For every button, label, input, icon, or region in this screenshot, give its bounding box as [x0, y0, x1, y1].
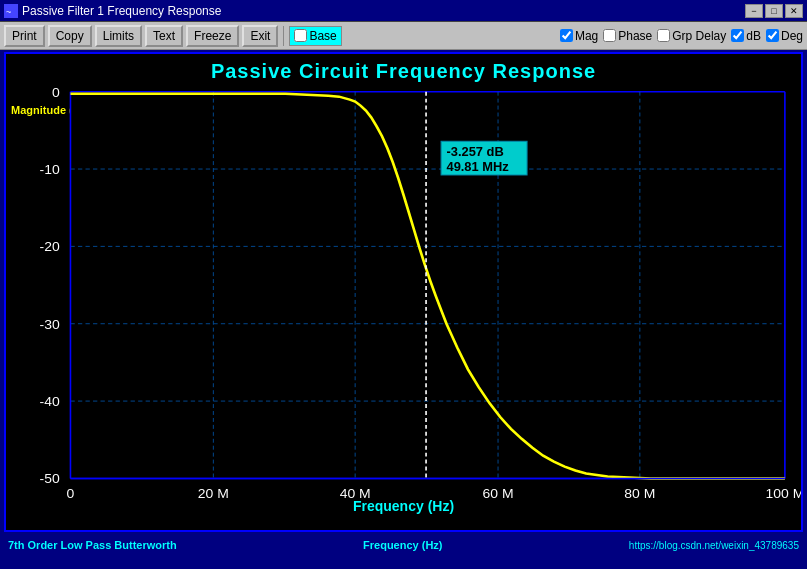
tooltip-freq: 49.81 MHz	[446, 160, 508, 173]
freeze-button[interactable]: Freeze	[186, 25, 239, 47]
x-axis-label: Frequency (Hz)	[353, 498, 454, 514]
phase-checkbox-group: Phase	[603, 29, 652, 43]
svg-text:80 M: 80 M	[624, 487, 655, 501]
deg-checkbox-group: Deg	[766, 29, 803, 43]
mag-label: Mag	[575, 29, 598, 43]
svg-text:0: 0	[67, 487, 75, 501]
copy-button[interactable]: Copy	[48, 25, 92, 47]
grpdelay-checkbox-group: Grp Delay	[657, 29, 726, 43]
svg-text:-30: -30	[40, 317, 60, 331]
chart-svg: 0 -10 -20 -30 -40 -50 0 20 M 40 M 60 M 8…	[6, 54, 801, 530]
db-label: dB	[746, 29, 761, 43]
window-title: Passive Filter 1 Frequency Response	[22, 4, 741, 18]
svg-text:-50: -50	[40, 472, 60, 486]
svg-text:-40: -40	[40, 395, 60, 409]
base-checkbox-group: Base	[289, 26, 341, 46]
svg-text:0: 0	[52, 85, 60, 99]
url-label: https://blog.csdn.net/weixin_43789635	[629, 540, 799, 551]
app-icon: ~	[4, 4, 18, 18]
text-button[interactable]: Text	[145, 25, 183, 47]
svg-text:100 M: 100 M	[765, 487, 801, 501]
chart-container: Passive Circuit Frequency Response Magni…	[4, 52, 803, 532]
svg-text:20 M: 20 M	[198, 487, 229, 501]
filter-info: 7th Order Low Pass Butterworth	[8, 539, 177, 551]
deg-label: Deg	[781, 29, 803, 43]
mag-checkbox[interactable]	[560, 29, 573, 42]
mag-checkbox-group: Mag	[560, 29, 598, 43]
toolbar-separator	[283, 26, 284, 46]
grpdelay-label: Grp Delay	[672, 29, 726, 43]
minimize-button[interactable]: −	[745, 4, 763, 18]
svg-rect-2	[70, 92, 784, 479]
db-checkbox-group: dB	[731, 29, 761, 43]
svg-text:-10: -10	[40, 162, 60, 176]
tooltip-db: -3.257 dB	[446, 146, 503, 159]
exit-button[interactable]: Exit	[242, 25, 278, 47]
deg-checkbox[interactable]	[766, 29, 779, 42]
grpdelay-checkbox[interactable]	[657, 29, 670, 42]
svg-text:-20: -20	[40, 240, 60, 254]
svg-text:60 M: 60 M	[483, 487, 514, 501]
phase-checkbox[interactable]	[603, 29, 616, 42]
restore-button[interactable]: □	[765, 4, 783, 18]
db-checkbox[interactable]	[731, 29, 744, 42]
base-checkbox[interactable]	[294, 29, 307, 42]
toolbar: Print Copy Limits Text Freeze Exit Base …	[0, 22, 807, 50]
window-controls: − □ ✕	[745, 4, 803, 18]
title-bar: ~ Passive Filter 1 Frequency Response − …	[0, 0, 807, 22]
base-label: Base	[309, 29, 336, 43]
bottom-bar: 7th Order Low Pass Butterworth Frequency…	[0, 534, 807, 556]
svg-text:~: ~	[6, 7, 11, 17]
phase-label: Phase	[618, 29, 652, 43]
close-button[interactable]: ✕	[785, 4, 803, 18]
bottom-x-label: Frequency (Hz)	[363, 539, 442, 551]
limits-button[interactable]: Limits	[95, 25, 142, 47]
print-button[interactable]: Print	[4, 25, 45, 47]
